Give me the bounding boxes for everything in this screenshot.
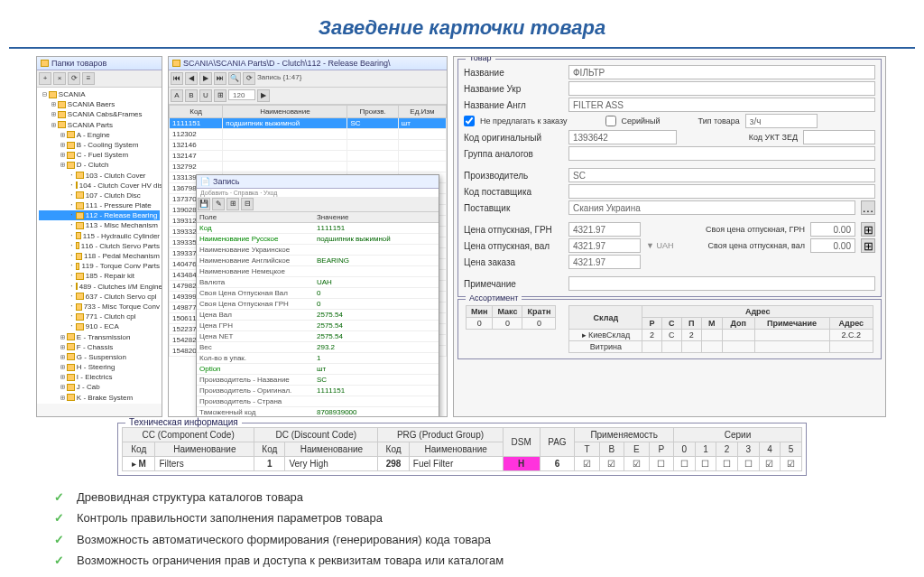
toolbar-btn[interactable]: ≡	[82, 72, 95, 85]
tree-node[interactable]: · 107 - Clutch Disc	[39, 191, 160, 200]
toolbar-btn[interactable]: ⊞	[226, 198, 239, 210]
tree-node[interactable]: · 115 - Hydraulic Cylinder	[39, 231, 160, 241]
kv-value[interactable]	[314, 396, 439, 406]
toolbar-btn[interactable]: ⊟	[241, 198, 254, 210]
kv-value[interactable]: 2575.54	[314, 321, 439, 330]
assort-row[interactable]: ▸ КиевСклад2C22.C.2	[569, 330, 873, 341]
grid-row[interactable]: 1111151подшипник выжимнойSCшт	[170, 118, 447, 129]
code-orig-input[interactable]	[568, 130, 677, 144]
supplier-code-input[interactable]	[568, 184, 875, 199]
toolbar-btn[interactable]: +	[39, 72, 51, 85]
kv-value[interactable]: 1111151	[314, 386, 439, 396]
toolbar-btn[interactable]: B	[185, 89, 198, 102]
kv-value[interactable]: 1111151	[314, 223, 439, 233]
nav-next-icon[interactable]: ▶	[199, 72, 212, 85]
tree-node[interactable]: · 733 - Misc Torque Conv	[39, 302, 160, 312]
nav-first-icon[interactable]: ⏮	[171, 72, 183, 85]
tree-node[interactable]: · 771 - Clutch cpl	[39, 312, 160, 321]
kv-value[interactable]: UAH	[314, 277, 439, 287]
kv-value[interactable]: 2575.54	[314, 331, 439, 341]
minmax-grid[interactable]: МинМаксКратн000	[466, 305, 556, 330]
own-price-val-input[interactable]	[810, 238, 855, 253]
assort-row[interactable]: Витрина	[569, 341, 873, 353]
nav-last-icon[interactable]: ⏭	[214, 72, 226, 85]
refresh-icon[interactable]: ⟳	[243, 72, 255, 85]
tree-node[interactable]: ⊞ G - Suspension	[39, 352, 160, 362]
price-btn[interactable]: ⊞	[861, 238, 875, 253]
tree-node[interactable]: · 113 - Misc Mechanism	[39, 220, 160, 230]
tree-node[interactable]: ⊞ SCANIA Parts	[39, 120, 160, 130]
tree-node[interactable]: · 118 - Pedal Mechanism	[39, 251, 160, 261]
kv-value[interactable]: 293.2	[314, 342, 439, 352]
search-icon[interactable]: 🔍	[228, 72, 241, 85]
toolbar-btn[interactable]: ✎	[212, 198, 225, 210]
col-header[interactable]: Ед.Изм	[398, 106, 446, 118]
supplier-input[interactable]	[568, 200, 855, 215]
tree-node[interactable]: · 116 - Clutch Servo Parts	[39, 241, 160, 251]
tree-node[interactable]: ⊞ C - Fuel System	[39, 150, 160, 160]
type-select[interactable]	[745, 114, 818, 128]
tree-node[interactable]: ⊞ J - Cab	[39, 382, 160, 392]
tree-node[interactable]: ⊞ D - Clutch	[39, 160, 160, 170]
grid-row[interactable]: 132146	[170, 140, 447, 151]
producer-input[interactable]	[568, 168, 875, 182]
tech-row[interactable]: ▸ MFilters1Very High298Fuel FilterH6☑☑☑☐…	[123, 457, 802, 471]
tree-node[interactable]: · 111 - Pressure Plate	[39, 200, 160, 210]
supplier-pick-button[interactable]: …	[861, 200, 875, 215]
kv-value[interactable]: 1	[314, 353, 439, 363]
kv-value[interactable]	[314, 245, 439, 255]
kv-value[interactable]: подшипник выжимной	[314, 234, 439, 244]
kv-value[interactable]	[314, 266, 439, 276]
tree-node[interactable]: ⊞ F - Chassis	[39, 342, 160, 352]
name-ukr-input[interactable]	[568, 81, 875, 96]
kv-value[interactable]: BEARING	[314, 256, 439, 265]
tree-node[interactable]: ⊞ L - Fasteners & Gaskets	[39, 403, 160, 404]
toolbar-btn[interactable]: U	[199, 89, 212, 102]
tree-node[interactable]: · 489 - Clutches I/M Engine	[39, 282, 160, 292]
tree-node[interactable]: · 185 - Repair kit	[39, 271, 160, 281]
col-header[interactable]: Произв.	[347, 106, 398, 118]
own-price-uah-input[interactable]	[810, 222, 855, 237]
page-size-input[interactable]	[228, 89, 255, 100]
price-btn[interactable]: ⊞	[861, 222, 875, 237]
warehouse-grid[interactable]: СкладАдресРСПМДопПримечаниеАдрес▸ КиевСк…	[568, 305, 873, 353]
toolbar-btn[interactable]: ⊞	[214, 89, 226, 102]
kv-value[interactable]: 2575.54	[314, 310, 439, 320]
toolbar-btn[interactable]: ⟳	[68, 72, 80, 85]
price-val-input[interactable]	[568, 238, 641, 253]
tree-node[interactable]: ⊞ SCANIA Cabs&Frames	[39, 109, 160, 119]
tree-node[interactable]: ⊞ A - Engine	[39, 130, 160, 140]
tree-node[interactable]: ⊞ H - Steering	[39, 362, 160, 372]
tree-node[interactable]: ⊞ I - Electrics	[39, 372, 160, 382]
toolbar-btn[interactable]: ×	[53, 72, 66, 85]
kv-value[interactable]: 0	[314, 288, 439, 298]
catalog-tree[interactable]: ⊟ SCANIA⊞ SCANIA Baers⊞ SCANIA Cabs&Fram…	[37, 88, 162, 404]
kv-value[interactable]: SC	[314, 375, 439, 385]
name-input[interactable]	[568, 65, 875, 79]
name-en-input[interactable]	[568, 98, 875, 112]
note-input[interactable]	[568, 276, 875, 291]
toolbar-btn[interactable]: ▶	[257, 89, 270, 102]
tree-node[interactable]: ⊞ K - Brake System	[39, 393, 160, 403]
tree-node[interactable]: · 104 - Clutch Cover HV disk	[39, 181, 160, 191]
nav-prev-icon[interactable]: ◀	[185, 72, 198, 85]
serial-checkbox[interactable]	[605, 116, 616, 126]
tree-node[interactable]: ⊞ E - Transmission	[39, 332, 160, 342]
toolbar-btn[interactable]: A	[171, 89, 183, 102]
kv-value[interactable]: 0	[314, 299, 439, 309]
tree-node[interactable]: ⊞ SCANIA Baers	[39, 99, 160, 109]
tree-node[interactable]: · 103 - Clutch Cover	[39, 171, 160, 181]
price-uah-input[interactable]	[568, 222, 641, 237]
col-header[interactable]: Наименование	[223, 106, 347, 118]
tree-node[interactable]: ⊞ B - Cooling System	[39, 140, 160, 150]
grid-row[interactable]: 112302	[170, 129, 447, 140]
grid-row[interactable]: 132147	[170, 151, 447, 162]
no-offer-checkbox[interactable]	[464, 116, 475, 126]
tree-node[interactable]: · 637 - Clutch Servo cpl	[39, 292, 160, 302]
analog-group-input[interactable]	[568, 146, 875, 161]
toolbar-btn[interactable]: 💾	[198, 198, 210, 210]
detail-tabs[interactable]: Добавить · Справка · Уход	[197, 189, 439, 197]
grid-row[interactable]: 132792	[170, 162, 447, 172]
kv-value[interactable]: 8708939000	[314, 407, 439, 417]
tree-node[interactable]: · 112 - Release Bearing	[39, 210, 160, 220]
